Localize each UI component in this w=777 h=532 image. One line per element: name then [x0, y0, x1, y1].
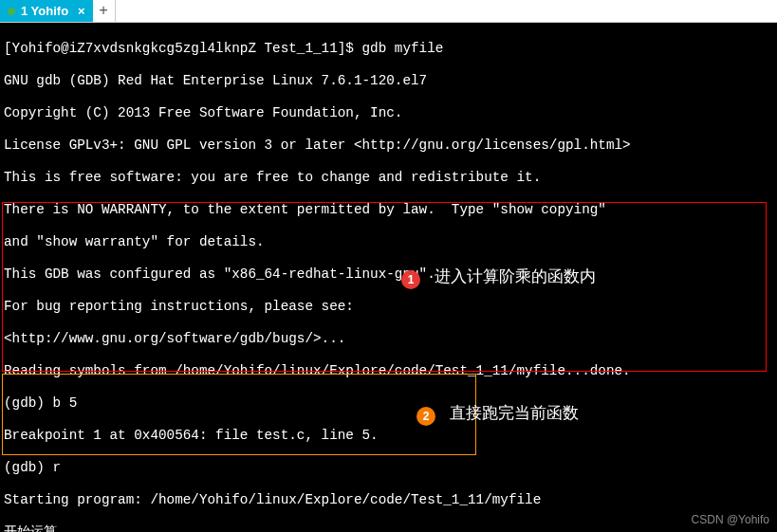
badge-1: 1 [401, 270, 420, 289]
annotation-2: 直接跑完当前函数 [450, 405, 579, 421]
watermark: CSDN @Yohifo [692, 512, 769, 528]
terminal-line: (gdb) b 5 [4, 395, 773, 412]
badge-2: 2 [416, 407, 435, 426]
terminal-line: License GPLv3+: GNU GPL version 3 or lat… [4, 138, 773, 154]
terminal-line: For bug reporting instructions, please s… [4, 299, 773, 315]
terminal-line: This GDB was configured as "x86_64-redha… [4, 266, 773, 283]
terminal-line: Starting program: /home/Yohifo/linux/Exp… [4, 492, 773, 508]
terminal-line: Copyright (C) 2013 Free Software Foundat… [4, 105, 773, 121]
connection-status-icon [8, 8, 15, 15]
terminal-line: This is free software: you are free to c… [4, 170, 773, 186]
terminal-line: There is NO WARRANTY, to the extent perm… [4, 202, 773, 218]
new-tab-button[interactable]: + [93, 0, 116, 22]
close-icon[interactable]: × [78, 4, 85, 18]
terminal-output[interactable]: [Yohifo@iZ7xvdsnkgkcg5zgl4lknpZ Test_1_1… [0, 23, 777, 532]
terminal-line: GNU gdb (GDB) Red Hat Enterprise Linux 7… [4, 73, 773, 89]
terminal-line: <http://www.gnu.org/software/gdb/bugs/>.… [4, 331, 773, 347]
terminal-line: Breakpoint 1 at 0x400564: file test.c, l… [4, 428, 773, 444]
terminal-line: 开始运算 [4, 524, 773, 532]
terminal-line: and "show warranty" for details. [4, 234, 773, 250]
terminal-line: [Yohifo@iZ7xvdsnkgkcg5zgl4lknpZ Test_1_1… [4, 41, 773, 57]
terminal-line: (gdb) r [4, 460, 773, 476]
tab-bar: 1 Yohifo × + [0, 0, 777, 23]
terminal-line: Reading symbols from /home/Yohifo/linux/… [4, 363, 773, 379]
tab-label: 1 Yohifo [21, 4, 68, 18]
annotation-1: 进入计算阶乘的函数内 [435, 268, 596, 284]
tab-active[interactable]: 1 Yohifo × [0, 0, 93, 22]
